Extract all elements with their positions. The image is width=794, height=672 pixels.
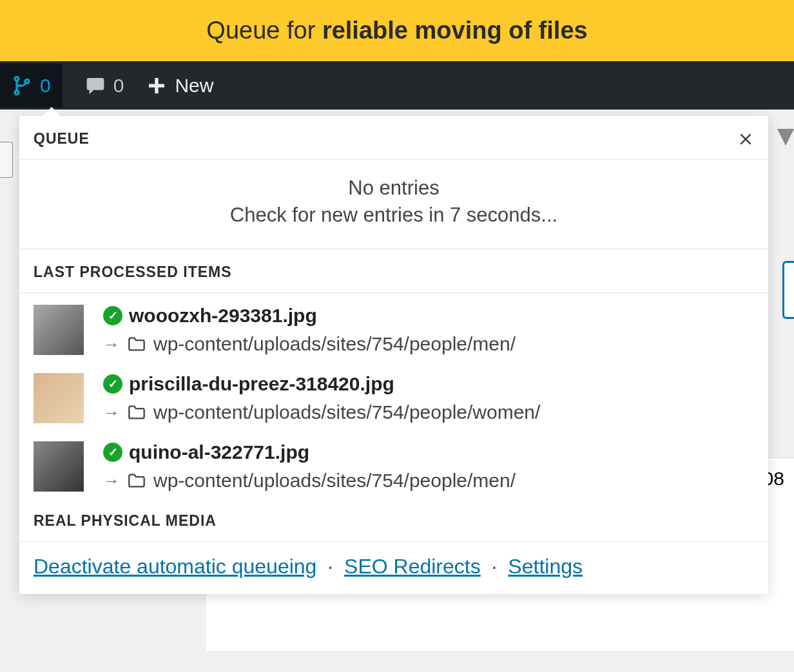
queue-count: 0 xyxy=(40,75,51,97)
processed-header: LAST PROCESSED ITEMS xyxy=(19,249,768,293)
item-path: wp-content/uploads/sites/754/people/wome… xyxy=(153,401,540,423)
footer-links: Deactivate automatic queueing · SEO Redi… xyxy=(19,542,768,594)
success-check-icon: ✓ xyxy=(103,306,122,325)
status-countdown: Check for new entries in 7 seconds... xyxy=(19,204,768,227)
seo-redirects-link[interactable]: SEO Redirects xyxy=(344,555,481,578)
banner-bold: reliable moving of files xyxy=(322,17,588,44)
item-filename: wooozxh-293381.jpg xyxy=(129,305,317,327)
item-filename: priscilla-du-preez-318420.jpg xyxy=(129,373,394,395)
close-icon xyxy=(737,131,754,148)
rpm-header: REAL PHYSICAL MEDIA xyxy=(19,498,768,542)
processed-item: ✓priscilla-du-preez-318420.jpg→wp-conten… xyxy=(19,361,768,430)
separator: · xyxy=(322,555,338,578)
item-path: wp-content/uploads/sites/754/people/men/ xyxy=(153,333,516,355)
new-label: New xyxy=(175,75,213,97)
folder-icon xyxy=(128,405,146,420)
item-thumbnail[interactable] xyxy=(34,305,84,355)
arrow-right-icon: → xyxy=(103,471,120,491)
admin-bar: 0 0 New xyxy=(0,61,794,110)
queue-popover: QUEUE No entries Check for new entries i… xyxy=(19,116,768,594)
deactivate-link[interactable]: Deactivate automatic queueing xyxy=(34,555,316,578)
arrow-right-icon: → xyxy=(103,403,120,423)
item-thumbnail[interactable] xyxy=(34,373,84,423)
status-no-entries: No entries xyxy=(19,177,768,200)
item-path: wp-content/uploads/sites/754/people/men/ xyxy=(153,470,516,492)
queue-indicator[interactable]: 0 xyxy=(0,64,63,108)
plus-icon xyxy=(146,75,167,96)
left-handle[interactable] xyxy=(0,142,13,178)
comment-icon xyxy=(85,75,106,96)
settings-link[interactable]: Settings xyxy=(508,555,583,578)
comments-indicator[interactable]: 0 xyxy=(85,75,124,97)
processed-item: ✓quino-al-322771.jpg→wp-content/uploads/… xyxy=(19,430,768,498)
item-filename: quino-al-322771.jpg xyxy=(129,441,309,463)
close-button[interactable] xyxy=(737,131,754,148)
item-thumbnail[interactable] xyxy=(34,441,84,492)
arrow-right-icon: → xyxy=(103,334,120,354)
comments-count: 0 xyxy=(113,75,124,97)
folder-icon xyxy=(128,336,146,352)
banner-prefix: Queue for xyxy=(206,17,315,44)
svg-point-1 xyxy=(15,90,19,94)
svg-rect-4 xyxy=(149,84,164,87)
processed-item: ✓wooozxh-293381.jpg→wp-content/uploads/s… xyxy=(19,293,768,361)
folder-icon xyxy=(128,473,146,488)
success-check-icon: ✓ xyxy=(103,443,122,462)
success-check-icon: ✓ xyxy=(103,374,122,394)
queue-header: QUEUE xyxy=(34,130,90,148)
queue-icon xyxy=(12,75,32,96)
banner: Queue for reliable moving of files xyxy=(0,0,794,61)
queue-status: No entries Check for new entries in 7 se… xyxy=(19,160,768,249)
svg-point-0 xyxy=(15,77,19,81)
new-button[interactable]: New xyxy=(146,75,213,97)
separator: · xyxy=(487,555,503,578)
right-tab-handle[interactable] xyxy=(782,261,794,319)
